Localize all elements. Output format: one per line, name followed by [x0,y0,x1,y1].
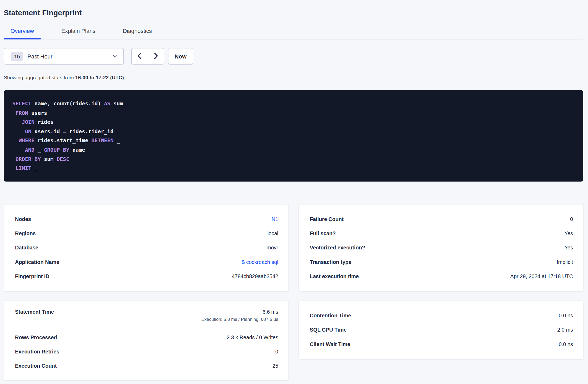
aggregation-note-prefix: Showing aggregated stats from [4,75,75,80]
database-label: Database [15,245,38,251]
application-name-row: Application Name $ cockroach sql [15,255,278,269]
regions-value: local [267,230,278,236]
contention-time-row: Contention Time 0.0 ns [310,308,573,323]
last-execution-time-label: Last execution time [310,273,359,279]
regions-row: Regions local [15,226,278,240]
sql-statement: SELECT name, count(rides.id) AS sum FROM… [4,90,583,181]
contention-time-label: Contention Time [310,312,351,318]
chevron-down-icon [113,55,117,58]
time-controls: 1h Past Hour Now [4,48,588,65]
next-time-range-button[interactable] [148,48,164,64]
client-wait-time-row: Client Wait Time 0.0 ns [310,337,573,351]
full-scan-value: Yes [564,230,573,236]
tab-diagnostics[interactable]: Diagnostics [116,25,159,39]
sql-line: SELECT name, count(rides.id) AS sum [12,99,576,108]
now-button[interactable]: Now [168,48,193,65]
sql-line: LIMIT _ [12,164,576,173]
statement-time-value: 6.6 ms [262,308,278,315]
execution-retries-row: Execution Retries 0 [15,344,278,359]
aggregation-note: Showing aggregated stats from 16:00 to 1… [4,74,588,81]
time-range-dropdown[interactable]: 1h Past Hour [4,48,124,65]
failure-count-label: Failure Count [310,216,344,222]
execution-count-row: Execution Count 25 [15,359,278,373]
last-execution-time-value: Apr 29, 2024 at 17:18 UTC [510,273,573,279]
application-name-label: Application Name [15,259,59,265]
database-row: Database movr [15,240,278,255]
regions-label: Regions [15,230,36,236]
contention-time-value: 0.0 ns [559,312,573,318]
page-title: Statement Fingerprint [4,8,588,17]
execution-retries-label: Execution Retries [15,348,59,355]
transaction-type-label: Transaction type [310,259,352,265]
sql-line: AND _ GROUP BY name [12,145,576,154]
application-name-link[interactable]: $ cockroach sql [242,259,278,265]
stats-cards: Nodes N1 Regions local Database movr App… [4,204,588,381]
vectorized-execution-label: Vectorized execution? [310,245,365,251]
transaction-type-value: Implicit [557,259,573,265]
statement-fingerprint-page: Statement Fingerprint Overview Explain P… [0,0,588,384]
execution-count-label: Execution Count [15,363,57,369]
sql-cpu-time-value: 2.0 ms [557,327,573,333]
failure-count-row: Failure Count 0 [310,212,573,226]
transaction-type-row: Transaction type Implicit [310,255,573,269]
failure-count-value: 0 [570,216,573,222]
client-wait-time-value: 0.0 ns [559,341,573,347]
vectorized-execution-row: Vectorized execution? Yes [310,240,573,255]
fingerprint-id-label: Fingerprint ID [15,273,49,279]
execution-attributes-card: Failure Count 0 Full scan? Yes Vectorize… [298,204,584,292]
tab-explain-plans[interactable]: Explain Plans [54,25,102,39]
statement-time-row: Statement Time 6.6 ms Execution: 5.8 ms … [15,308,278,330]
sql-cpu-time-label: SQL CPU Time [310,327,347,333]
full-scan-row: Full scan? Yes [310,226,573,240]
sql-line: WHERE rides.start_time BETWEEN _ [12,136,576,145]
rows-processed-value: 2.3 k Reads / 0 Writes [227,334,278,340]
statement-timing-card: Statement Time 6.6 ms Execution: 5.8 ms … [4,301,289,380]
time-range-label: Past Hour [27,53,52,60]
statement-details-card: Nodes N1 Regions local Database movr App… [4,204,289,292]
nodes-value-link[interactable]: N1 [272,216,278,222]
sql-line: ORDER BY sum DESC [12,154,576,164]
chevron-right-icon [154,52,158,60]
chevron-left-icon [137,52,142,60]
statement-time-label: Statement Time [15,308,54,315]
time-range-nav [131,48,164,65]
time-range-badge: 1h [11,52,23,61]
execution-retries-value: 0 [275,348,278,355]
aggregation-note-range: 16:00 to 17:22 (UTC) [75,75,124,80]
sql-line: ON users.id = rides.rider_id [12,127,576,136]
prev-time-range-button[interactable] [132,48,148,64]
database-value: movr [267,245,278,251]
statement-time-breakdown: Execution: 5.8 ms / Planning: 687.5 µs [201,317,278,322]
rows-processed-label: Rows Processed [15,334,57,340]
execution-count-value: 25 [272,363,278,369]
fingerprint-id-value: 4784cb829aab2542 [232,273,278,279]
sql-line: FROM users [12,108,576,117]
tab-overview[interactable]: Overview [4,25,41,39]
rows-processed-row: Rows Processed 2.3 k Reads / 0 Writes [15,330,278,344]
last-execution-time-row: Last execution time Apr 29, 2024 at 17:1… [310,269,573,283]
full-scan-label: Full scan? [310,230,336,236]
tab-bar: Overview Explain Plans Diagnostics [4,25,584,40]
nodes-label: Nodes [15,216,31,222]
sql-cpu-time-row: SQL CPU Time 2.0 ms [310,323,573,337]
fingerprint-id-row: Fingerprint ID 4784cb829aab2542 [15,269,278,283]
sql-line: JOIN rides [12,117,576,127]
nodes-row: Nodes N1 [15,212,278,226]
vectorized-execution-value: Yes [564,245,573,251]
client-wait-time-label: Client Wait Time [310,341,350,347]
resource-timing-card: Contention Time 0.0 ns SQL CPU Time 2.0 … [298,301,584,360]
